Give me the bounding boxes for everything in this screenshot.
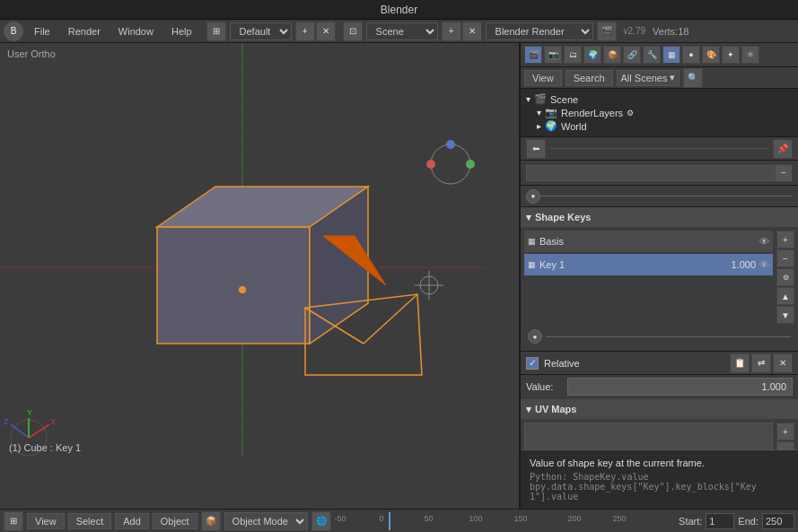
- shape-key-1[interactable]: ▦ Key 1 1.000 👁: [524, 254, 773, 275]
- bottom-object-btn[interactable]: Object: [153, 513, 197, 529]
- view-button[interactable]: View: [524, 70, 562, 86]
- remove-scene-btn[interactable]: ✕: [462, 22, 482, 41]
- props-scrollable-area[interactable]: − ● ▾ Shape Keys ▦: [521, 161, 798, 509]
- python-path: ShapeKey.value: [573, 472, 648, 482]
- rel-btn-1[interactable]: 📋: [730, 353, 750, 373]
- renderlayers-label: RenderLayers: [561, 108, 623, 118]
- all-scenes-label: All Scenes: [621, 73, 668, 83]
- props-nav-icon[interactable]: ⬅: [526, 139, 546, 159]
- render-icon[interactable]: 🎬: [597, 22, 617, 41]
- uv-maps-title: UV Maps: [535, 404, 576, 414]
- add-scene-btn[interactable]: +: [442, 22, 461, 41]
- all-scenes-dropdown[interactable]: All Scenes ▾: [617, 70, 680, 86]
- add-shape-key-btn[interactable]: +: [776, 231, 794, 249]
- add-uv-btn[interactable]: +: [776, 423, 794, 440]
- menu-help[interactable]: Help: [164, 24, 199, 39]
- uv-maps-header[interactable]: ▾ UV Maps: [521, 399, 798, 419]
- prop-tab-data[interactable]: ▦: [662, 46, 680, 64]
- scene-expand-icon: ▾: [526, 94, 531, 104]
- end-value-field[interactable]: 250: [762, 513, 794, 529]
- rel-btn-2[interactable]: ⇄: [751, 353, 771, 373]
- tree-row-renderlayers[interactable]: ▾ 📷 RenderLayers ⚙: [535, 106, 794, 119]
- menu-render[interactable]: Render: [61, 24, 108, 39]
- object-mode-dropdown[interactable]: Object Mode: [224, 512, 308, 530]
- timeline-cursor[interactable]: [389, 512, 390, 530]
- relative-label: Relative: [544, 358, 724, 369]
- svg-point-72: [446, 140, 455, 149]
- render-engine-dropdown[interactable]: Blender Render: [486, 22, 593, 40]
- shape-key-settings-btn[interactable]: ⚙: [776, 268, 794, 286]
- bottom-viewport-icon[interactable]: ⊞: [4, 511, 23, 531]
- svg-point-74: [426, 160, 435, 169]
- basis-eye-icon[interactable]: 👁: [759, 236, 769, 247]
- bottom-dot-row: ●: [521, 186, 798, 207]
- viewport-icon2[interactable]: ⊡: [343, 22, 363, 41]
- shape-key-down-btn[interactable]: ▼: [776, 306, 794, 324]
- shape-keys-body: ▦ Basis 👁 ▦ Key 1 1.000 👁: [521, 227, 798, 351]
- empty-input[interactable]: [526, 165, 775, 181]
- prop-tab-scene[interactable]: 🎬: [524, 46, 542, 64]
- tree-row-world[interactable]: ▸ 🌍 World: [535, 119, 794, 133]
- scene-icon: 🎬: [534, 93, 547, 105]
- bottom-add-btn[interactable]: Add: [115, 513, 149, 529]
- prop-tab-texture[interactable]: 🎨: [702, 46, 720, 64]
- tree-row-scene[interactable]: ▾ 🎬 Scene: [524, 92, 794, 106]
- prop-tab-particles[interactable]: ✦: [722, 46, 740, 64]
- scene-dropdown[interactable]: Scene: [366, 22, 438, 40]
- prop-tab-layers[interactable]: 🗂: [564, 46, 582, 64]
- shape-key-basis[interactable]: ▦ Basis 👁: [524, 231, 773, 252]
- value-field[interactable]: 1.000: [567, 378, 793, 396]
- menubar: B File Render Window Help ⊞ Default + ✕ …: [0, 20, 798, 43]
- layout-dropdown[interactable]: Default: [230, 22, 292, 40]
- prop-tab-object[interactable]: 📦: [603, 46, 621, 64]
- renderlayers-icon: 📷: [545, 107, 557, 118]
- pin-icon[interactable]: 📌: [773, 139, 793, 159]
- start-value-field[interactable]: 1: [706, 513, 734, 529]
- key1-value: 1.000: [731, 259, 756, 270]
- verts-info: Verts:18: [653, 26, 688, 37]
- close-layout-btn[interactable]: ✕: [316, 22, 336, 41]
- value-row: Value: 1.000: [521, 374, 798, 397]
- props-icon-tabs: 🎬 📷 🗂 🌍 📦 🔗 🔧 ▦ ● 🎨 ✦ ⚛: [521, 43, 798, 67]
- prop-tab-material[interactable]: ●: [682, 46, 700, 64]
- prop-top-bar: View Search All Scenes ▾ 🔍: [521, 67, 798, 89]
- right-panel: 🎬 📷 🗂 🌍 📦 🔗 🔧 ▦ ● 🎨 ✦ ⚛ View Search All …: [520, 43, 798, 509]
- svg-text:Z: Z: [4, 417, 9, 426]
- add-layout-btn[interactable]: +: [295, 22, 315, 41]
- menu-file[interactable]: File: [27, 24, 57, 39]
- bottom-toolbar: ⊞ View Select Add Object 📦 Object Mode 🌐…: [0, 509, 798, 532]
- relative-checkbox[interactable]: ✓: [526, 357, 539, 370]
- timeline-area[interactable]: -50 0 50 100 150 200 250: [335, 512, 675, 530]
- bottom-select-btn[interactable]: Select: [68, 513, 112, 529]
- shape-key-circle-btn[interactable]: ●: [528, 329, 542, 344]
- key1-eye-icon[interactable]: 👁: [759, 259, 769, 270]
- object-icon[interactable]: 📦: [201, 511, 221, 531]
- scene-label: Scene: [550, 94, 578, 105]
- circle-btn-1[interactable]: ●: [526, 189, 540, 204]
- prop-tab-modifiers[interactable]: 🔧: [643, 46, 661, 64]
- tooltip-title: Value of shape key at the current frame.: [530, 458, 789, 468]
- remove-shape-key-btn[interactable]: −: [776, 249, 794, 267]
- shape-key-dash: [546, 336, 791, 337]
- shape-keys-title: Shape Keys: [535, 212, 591, 222]
- uv-maps-arrow: ▾: [526, 404, 531, 415]
- bottom-view-btn[interactable]: View: [27, 513, 65, 529]
- timeline-num-3: 50: [425, 514, 434, 523]
- svg-point-73: [466, 160, 475, 169]
- global-icon[interactable]: 🌐: [311, 511, 331, 531]
- menu-window[interactable]: Window: [111, 24, 161, 39]
- rel-btn-x[interactable]: ✕: [773, 353, 793, 373]
- search-button[interactable]: Search: [566, 70, 613, 86]
- search-icon-btn[interactable]: 🔍: [683, 68, 703, 88]
- shape-keys-header[interactable]: ▾ Shape Keys: [521, 207, 798, 227]
- shape-key-up-btn[interactable]: ▲: [776, 287, 794, 305]
- prop-tab-physics[interactable]: ⚛: [741, 46, 759, 64]
- prop-tab-world[interactable]: 🌍: [583, 46, 601, 64]
- empty-side-btn[interactable]: −: [775, 164, 793, 182]
- value-label: Value:: [526, 381, 562, 392]
- viewport[interactable]: X Y Z User Ortho (1) Cube : Key 1: [0, 43, 520, 509]
- prop-tab-render[interactable]: 📷: [544, 46, 562, 64]
- screen-icon[interactable]: ⊞: [206, 22, 226, 41]
- end-label: End:: [738, 516, 759, 527]
- prop-tab-constraints[interactable]: 🔗: [623, 46, 641, 64]
